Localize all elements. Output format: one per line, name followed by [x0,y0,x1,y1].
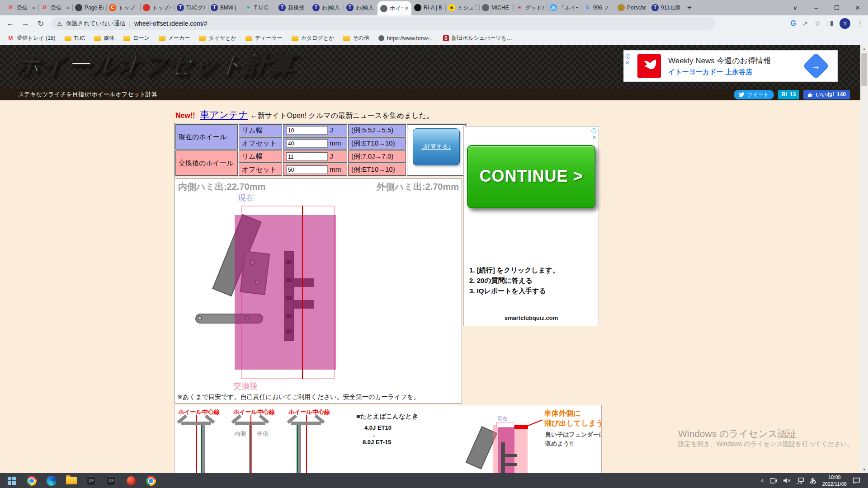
unit-label: J [330,126,333,134]
google-icon[interactable]: G [791,19,796,28]
browser-tab[interactable]: T 新規投 [276,0,310,15]
browser-tab[interactable]: ✳ グッドル [513,0,547,15]
browser-tab[interactable]: M 受信 ✕ [38,0,72,15]
ad-text-block: Weekly News 今週のお得情報 イトーヨーカドー 上永谷店 [668,56,771,76]
browser-tab[interactable]: C トップ [106,0,140,15]
maximize-button[interactable] [826,0,847,15]
tweet-button[interactable]: ツイート [734,90,774,99]
browser-tab[interactable]: Porsche [615,0,649,15]
browser-tab[interactable]: T 911在庫 [649,0,683,15]
taskbar-edge[interactable] [42,473,61,488]
taskbar-app-red[interactable] [121,473,141,488]
address-bar[interactable]: ⚠ 保護されていない通信 | wheel-offset.ideeile.com/… [51,17,715,30]
network-icon[interactable] [797,478,804,483]
browser-tab[interactable]: Page Ex [72,0,106,15]
tab-close-icon[interactable]: ✕ [405,6,409,11]
tray-expand-icon[interactable]: ∧ [760,478,764,483]
browser-tab[interactable]: M 受信 ✕ [5,0,38,15]
browser-menu-icon[interactable]: ⋮ [857,19,863,28]
tab-title: わ|輸入 [322,4,340,12]
scroll-down-arrow[interactable]: ▼ [860,466,868,473]
after-rim-input[interactable] [286,152,328,161]
bookmark-item[interactable]: ローン [123,34,150,42]
tab-favicon: ☻ [448,4,455,11]
scrollbar-thumb[interactable] [861,53,867,86]
bookmark-item[interactable]: メーカー [159,34,190,42]
volume-muted-icon[interactable] [783,478,791,483]
share-icon[interactable]: ↗ [802,19,808,28]
windows-taskbar: ZIP ZIP ∧ あ 18:08 2022/11/08 [0,473,868,488]
bookmark-item[interactable]: TUC [65,35,85,42]
arm-hole [198,316,202,320]
browser-tab[interactable]: T TUCグル [174,0,208,15]
taskbar-app-dark-1[interactable]: ZIP [81,473,101,488]
browser-tab[interactable]: T BMW | [208,0,242,15]
browser-tab[interactable]: T わ|輸入 [310,0,344,15]
current-rim-input[interactable] [286,126,328,135]
bookmark-item[interactable]: カタログとか [292,34,335,42]
action-center-icon[interactable] [853,478,860,484]
taskbar-clock[interactable]: 18:08 2022/11/08 [822,474,847,487]
browser-tab[interactable]: ホイー ✕ [377,1,411,15]
bookmark-item[interactable]: ディーラー [245,34,283,42]
scroll-up-arrow[interactable]: ▲ [860,45,868,52]
bookmark-star-icon[interactable]: ☆ [815,19,821,28]
forward-button[interactable]: → [20,19,31,28]
taskbar-app-dark-2[interactable]: ZIP [101,473,121,488]
car-antenna-link[interactable]: 車アンテナ [200,109,248,120]
url-text[interactable]: wheel-offset.ideeile.com/# [134,20,208,27]
taskbar-explorer[interactable] [61,473,81,488]
bookmark-icon [123,36,130,41]
browser-tab[interactable]: み 「ホイール [547,0,581,15]
browser-tab[interactable]: トップペー [140,0,174,15]
security-warning-icon[interactable]: ⚠ [57,20,62,27]
new-badge: New!! [175,112,195,119]
adchoices-icon[interactable]: ⓘ [591,127,597,135]
minimize-button[interactable]: – [806,0,826,15]
ime-indicator[interactable]: あ [810,477,816,485]
ad-close-icon[interactable]: ✕ [625,61,630,66]
ad-info-icon[interactable]: ⓘ [625,54,630,59]
side-panel-icon[interactable] [827,21,833,26]
new-tab-button[interactable]: + [683,0,696,15]
close-button[interactable]: ✕ [847,0,868,15]
calculate-button[interactable]: ↓計算する↓ [413,128,460,165]
ad-subtitle[interactable]: イトーヨーカドー 上永谷店 [668,68,771,76]
page-scrollbar[interactable]: ▲ ▼ [860,45,868,473]
tab-close-icon[interactable]: ✕ [66,5,70,10]
browser-tab[interactable]: T わ|輸入 [344,0,377,15]
after-offset-input[interactable] [286,165,328,174]
bookmark-item[interactable]: https://www.bmw-... [378,35,434,42]
bookmark-item[interactable]: タイヤとか [199,34,236,42]
show-desktop-strip[interactable] [866,473,868,488]
ad-close-icon[interactable]: ✕ [592,135,596,141]
bookmark-item[interactable]: その他 [343,34,369,42]
window-controls: ∨ – ✕ [785,0,868,15]
back-button[interactable]: ← [5,19,15,28]
bookmark-item[interactable]: 媒体 [94,34,114,42]
ad-step: 2. 20の質問に答える [469,275,559,286]
tab-title: T U C [254,5,268,11]
taskbar-chrome-2[interactable] [141,473,161,488]
browser-tab[interactable]: RI-A | B [411,0,445,15]
start-button[interactable] [2,473,22,488]
browser-tab[interactable]: MICHE [479,0,513,15]
browser-tab[interactable]: ✳ T U C [242,0,276,15]
browser-tab[interactable]: ☻ ミシュラン [445,0,479,15]
current-offset-input[interactable] [286,139,328,148]
browser-menu-chevron[interactable]: ∨ [785,0,806,15]
browser-tab[interactable]: G 996 フ [581,0,615,15]
facebook-like-button[interactable]: いいね!140 [803,90,850,99]
reload-button[interactable]: ↻ [35,19,46,28]
tab-close-icon[interactable]: ✕ [32,5,36,10]
taskbar-chrome[interactable] [22,473,42,488]
bookmark-item[interactable]: M 受信トレイ (18) [7,34,56,42]
tab-title: 996 フ [593,4,609,12]
top-ad-banner[interactable]: ⓘ ✕ Weekly News 今週のお得情報 イトーヨーカドー 上永谷店 → [624,51,837,81]
meet-now-icon[interactable] [770,478,778,483]
hatena-bookmark-button[interactable]: B!13 [778,90,799,99]
ad-arrow-icon[interactable]: → [802,52,829,79]
continue-button[interactable]: CONTINUE > [467,145,595,208]
bookmark-item[interactable]: S 新旧ポルシェパーツを… [443,34,512,42]
profile-avatar[interactable]: T [840,18,850,29]
